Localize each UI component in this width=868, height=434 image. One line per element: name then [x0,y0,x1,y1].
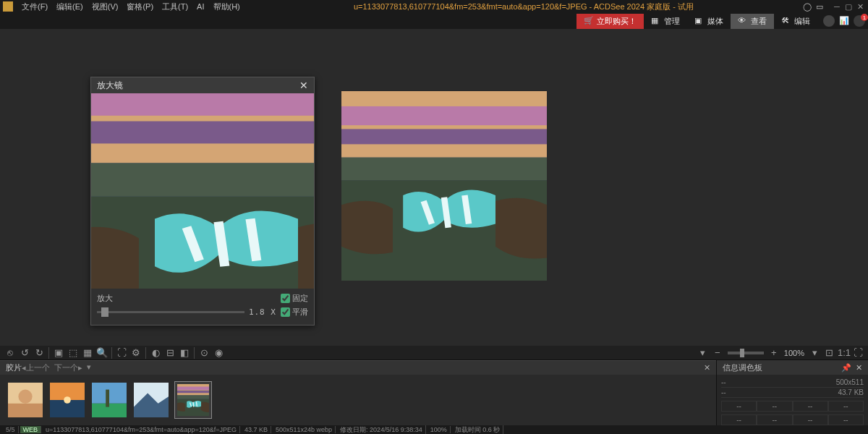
zoom-dropdown-icon[interactable]: ▾ [809,347,820,359]
record-icon[interactable]: ◉ [213,347,224,359]
status-modified: 修改日期: 2024/5/16 9:38:34 [337,425,426,435]
magnifier-preview [91,93,314,289]
external-edit-icon[interactable]: ⎋ [4,347,16,359]
info-cell: -- [757,401,792,412]
close-icon[interactable]: ✕ [855,2,865,11]
main-canvas: 放大镜 ✕ 放大 固定 1.8 X 平滑 [0,29,868,346]
info-cell: -- [721,414,757,425]
status-zoom: 100% [427,426,451,433]
zoom-tool-icon[interactable]: 🔍 [96,347,108,359]
info-cell: -- [757,414,792,425]
maximize-icon[interactable]: ▢ [843,2,854,11]
fullscreen-icon[interactable]: ⛶ [852,347,864,359]
info-cell: -- [793,401,828,412]
onetoone-icon[interactable]: 1:1 [838,347,849,359]
zoom-in-icon[interactable]: + [768,347,780,359]
status-size: 43.7 KB [242,426,271,433]
fit-icon[interactable]: ⊡ [823,347,835,359]
adjust-icon[interactable]: ⊟ [164,347,176,359]
menu-file[interactable]: 文件(F) [17,1,52,12]
eye-icon: 👁 [738,16,748,26]
user-icon[interactable]: ◯ [803,2,813,11]
next-button[interactable]: 下一个▸ [54,362,82,373]
layout-icon[interactable]: ▭ [816,2,826,11]
fixed-checkbox[interactable]: 固定 [281,293,308,304]
people-icon[interactable] [823,15,835,27]
zoom-label: 放大 [97,293,113,304]
window-title: u=1133077813,610777104&fm=253&fmt=auto&a… [244,1,803,12]
pin-icon[interactable]: 📌 [841,363,851,373]
magnifier-title: 放大镜 [97,80,123,92]
filmstrip-dropdown-icon[interactable]: ▾ [87,362,91,373]
filmstrip-label: 胶片 [6,362,22,373]
status-dims: 500x511x24b webp [273,426,336,433]
info-cell: -- [828,414,864,425]
menu-ai[interactable]: AI [192,2,208,11]
titlebar-extra: ◯ ▭ [803,2,826,11]
mode-media[interactable]: ▣媒体 [687,14,731,29]
select-icon[interactable]: ⬚ [67,347,79,359]
menu-help[interactable]: 帮助(H) [209,1,244,12]
magnifier-close-icon[interactable]: ✕ [299,80,308,91]
histogram-tool-icon[interactable]: ◧ [179,347,190,359]
minimize-icon[interactable]: ─ [832,2,842,11]
mode-manage[interactable]: ▦管理 [644,14,687,29]
status-index: 5/5 [3,426,19,433]
info-cell: -- [793,414,828,425]
zoom-scrubber[interactable] [728,352,764,354]
play-icon[interactable]: ⊙ [198,347,210,359]
info-close-icon[interactable]: ✕ [856,363,862,373]
notification-icon[interactable] [854,15,865,27]
mode-edit[interactable]: 🛠编辑 [774,14,817,29]
expand-icon[interactable]: ⛶ [116,347,127,359]
actual-size-icon[interactable]: ▣ [53,347,64,359]
cart-icon: 🛒 [584,16,594,26]
exposure-icon[interactable]: ◐ [150,347,161,359]
histogram-icon[interactable]: 📊 [839,16,849,26]
info-palette-title: 信息调色板 [723,362,762,373]
mode-view[interactable]: 👁查看 [731,14,774,29]
info-palette-header: 信息调色板 📌 ✕ [716,360,868,375]
zoom-percent: 100% [781,349,807,357]
info-size: 43.7 KB [838,388,864,396]
info-dash: -- [721,388,726,396]
thumbnail[interactable] [49,382,85,418]
status-loadtime: 加载时间 0.6 秒 [452,425,504,435]
menu-edit[interactable]: 编辑(E) [52,1,88,12]
menu-view[interactable]: 视图(V) [88,1,123,12]
filmstrip-header: 胶片 ◂上一个 下一个▸ ▾ ✕ [0,360,716,375]
gear-icon[interactable]: ⚙ [130,347,142,359]
menu-pane[interactable]: 窗格(P) [122,1,158,12]
info-cell: -- [828,401,864,412]
info-cell: -- [721,401,757,412]
marquee-icon[interactable]: ▦ [82,347,93,359]
main-image[interactable] [341,91,547,281]
magnifier-titlebar[interactable]: 放大镜 ✕ [91,77,314,93]
buy-now-button[interactable]: 🛒立即购买！ [576,14,644,29]
rotate-right-icon[interactable]: ↻ [33,347,45,359]
smooth-checkbox[interactable]: 平滑 [281,307,308,318]
filmstrip [0,375,716,425]
thumbnail[interactable] [7,382,43,418]
filmstrip-close-icon[interactable]: ✕ [704,363,710,373]
grid-icon: ▦ [651,16,661,26]
rotate-left-icon[interactable]: ↺ [19,347,30,359]
magnifier-panel[interactable]: 放大镜 ✕ 放大 固定 1.8 X 平滑 [90,77,315,326]
thumbnail[interactable] [91,382,127,418]
dropdown-icon[interactable]: ▾ [697,347,709,359]
zoom-slider[interactable] [97,311,244,313]
menubar: 文件(F) 编辑(E) 视图(V) 窗格(P) 工具(T) AI 帮助(H) u… [0,0,868,13]
svg-rect-8 [8,404,43,417]
thumbnail-selected[interactable] [175,382,211,418]
svg-point-7 [18,390,32,404]
menu-tool[interactable]: 工具(T) [158,1,192,12]
svg-point-11 [64,396,71,404]
zoom-out-icon[interactable]: − [712,347,723,359]
thumbnail[interactable] [133,382,169,418]
prev-button[interactable]: ◂上一个 [22,362,50,373]
info-palette: --500x511 --43.7 KB -- -- -- -- -- -- --… [716,375,868,425]
status-web-badge: WEB [20,426,42,433]
status-bar: 5/5 WEB u=1133077813,610777104&fm=253&fm… [0,425,868,434]
mode-toolbar: 🛒立即购买！ ▦管理 ▣媒体 👁查看 🛠编辑 📊 [0,13,868,29]
wrench-icon: 🛠 [781,16,791,26]
